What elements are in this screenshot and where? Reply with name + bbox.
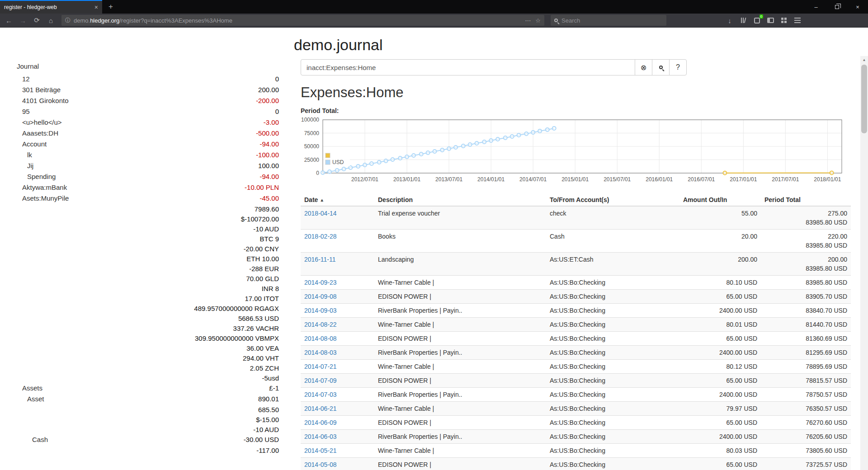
sidebar-account-link[interactable]: 12 [22,74,30,84]
sidebar-account-link[interactable]: Asset [27,394,44,404]
period-total-cell: 76350.57 USD [761,402,851,416]
balance-amount: 890.01 [258,394,279,404]
description-cell: Wine-Tarner Cable | [374,360,546,374]
balance-amount: 5686.53 USD [194,314,279,324]
sidebar-account-link[interactable]: 4101 Girokonto [22,96,69,106]
transaction-date-link[interactable]: 2014-07-09 [304,377,337,384]
extension-button[interactable]: 0 [750,14,764,27]
balance-amount: 100.00 [258,161,279,171]
data-point [496,137,500,141]
sidebar-account-link[interactable]: 95 [22,107,30,117]
scrollbar-thumb[interactable] [861,65,867,133]
account-cell: As:US:Bo:Checking [546,346,679,360]
page-actions-icon[interactable]: ⋯ [525,17,531,24]
bookmark-star-icon[interactable]: ☆ [535,17,541,24]
help-button[interactable]: ? [669,59,687,75]
balance-amount: -45.00 [259,193,279,203]
sidebar-account-link[interactable]: Aaasets:DH [22,128,58,138]
browser-tab[interactable]: register - hledger-web × [0,0,102,14]
download-button[interactable]: ↓ [723,14,736,27]
transaction-date-link[interactable]: 2014-09-23 [304,279,337,286]
balance-amount: -117.00 [256,446,279,456]
balance-amount: -100.00 [256,150,279,160]
date-cell: 2014-07-09 [301,374,374,388]
site-info-icon[interactable]: ⓘ [65,17,71,24]
transaction-date-link[interactable]: 2014-08-22 [304,321,337,328]
accounts-sidebar: Journal 120301 Beiträge200.004101 Giroko… [17,61,279,456]
library-button[interactable] [736,14,750,27]
sidebar-account-link[interactable]: Account [22,139,47,149]
transaction-date-link[interactable]: 2014-09-03 [304,307,337,314]
forward-button[interactable]: → [16,17,30,24]
transaction-date-link[interactable]: 2014-05-21 [304,447,337,454]
sidebar-account-link[interactable]: Assets [22,383,42,393]
sidebar-account-link[interactable]: Aktywa:mBank [22,183,67,193]
back-button[interactable]: ← [2,17,16,24]
description-cell: RiverBank Properties | Payin.. [374,304,546,318]
transaction-date-link[interactable]: 2018-04-14 [304,210,337,217]
journal-link[interactable]: Journal [17,61,39,72]
close-button[interactable]: × [847,0,868,14]
x-tick-label: 2015/07/01 [604,176,631,183]
data-point [489,139,493,142]
submit-search-button[interactable] [652,59,670,75]
sidebar-account-row: <u>hello</u>-3.00 [17,118,279,127]
transaction-date-link[interactable]: 2014-07-03 [304,391,337,398]
transaction-date-link[interactable]: 2014-08-08 [304,335,337,342]
apps-grid-button[interactable] [777,14,791,27]
y-tick-label: 75000 [304,130,320,136]
reload-button[interactable]: ⟳ [30,16,44,24]
minimize-button[interactable]: – [806,0,826,14]
sidebar-account-row: Asets:MunyPile-45.00 [17,193,279,203]
amount-cell: 80.03 USD [679,444,761,458]
sidebar-account-link[interactable]: <u>hello</u> [22,118,62,127]
sidebar-account-link[interactable]: Asets:MunyPile [22,193,69,203]
transaction-date-link[interactable]: 2014-07-21 [304,363,337,370]
tab-title: register - hledger-web [4,4,91,10]
restore-button[interactable] [826,0,847,14]
sidebar-account-balance: -200.00 [256,96,279,106]
data-point [552,127,556,130]
table-row: 2014-08-08EDISON POWER |As:US:Bo:Checkin… [301,332,851,346]
transaction-date-link[interactable]: 2016-11-11 [304,256,336,263]
browser-search-field[interactable]: Search [551,15,666,26]
sidebar-account-link[interactable]: Spending [27,172,56,182]
column-header-date[interactable]: Date▲ [301,194,374,206]
x-tick-label: 2013/07/01 [435,176,462,183]
search-query-input[interactable] [301,59,635,75]
transaction-date-link[interactable]: 2014-06-03 [304,433,337,440]
sidebar-account-balance: -100.00 [256,150,279,160]
sidebar-account-link[interactable]: lk [27,150,32,160]
period-total-cell: 78815.57 USD [761,374,851,388]
transaction-date-link[interactable]: 2014-08-03 [304,349,337,356]
sidebar-account-balance: 100.00 [258,161,279,171]
table-row: 2014-09-08EDISON POWER |As:US:Bo:Checkin… [301,290,851,304]
balance-amount: 489.957000000000 RGAGX [194,304,279,314]
menu-button[interactable] [791,14,804,27]
table-row: 2014-09-23Wine-Tarner Cable |As:US:Bo:Ch… [301,276,851,290]
page-scrollbar[interactable]: ▲ ▼ [860,56,868,470]
home-button[interactable]: ⌂ [44,17,58,24]
new-tab-button[interactable]: + [102,0,119,14]
balance-amount: 309.950000000000 VBMPX [194,334,279,343]
clear-query-button[interactable]: ⊗ [635,59,652,75]
transaction-date-link[interactable]: 2014-05-08 [304,461,337,468]
scroll-up-arrow[interactable]: ▲ [860,56,868,64]
data-point [349,166,352,169]
tab-close-icon[interactable]: × [94,4,98,11]
period-total-cell: 81295.69 USD [761,346,851,360]
description-cell: Wine-Tarner Cable | [374,318,546,332]
transaction-date-link[interactable]: 2014-09-08 [304,293,337,300]
sidebars-button[interactable] [764,14,777,27]
browser-window: register - hledger-web × + – × ← → ⟳ ⌂ ⓘ… [0,0,868,470]
data-point [342,167,346,171]
transaction-date-link[interactable]: 2014-06-21 [304,405,337,412]
sidebar-account-link[interactable]: 301 Beiträge [22,85,61,95]
sidebar-account-link[interactable]: Jij [27,161,33,171]
url-bar[interactable]: ⓘ demo.hledger.org/register?q=inacct%3AE… [61,15,544,26]
description-cell: Wine-Tarner Cable | [374,402,546,416]
transaction-date-link[interactable]: 2018-02-28 [304,233,337,240]
sidebar-account-link[interactable]: Cash [32,435,48,445]
transaction-date-link[interactable]: 2014-06-09 [304,419,337,426]
account-cell: As:US:ET:Cash [546,253,679,276]
